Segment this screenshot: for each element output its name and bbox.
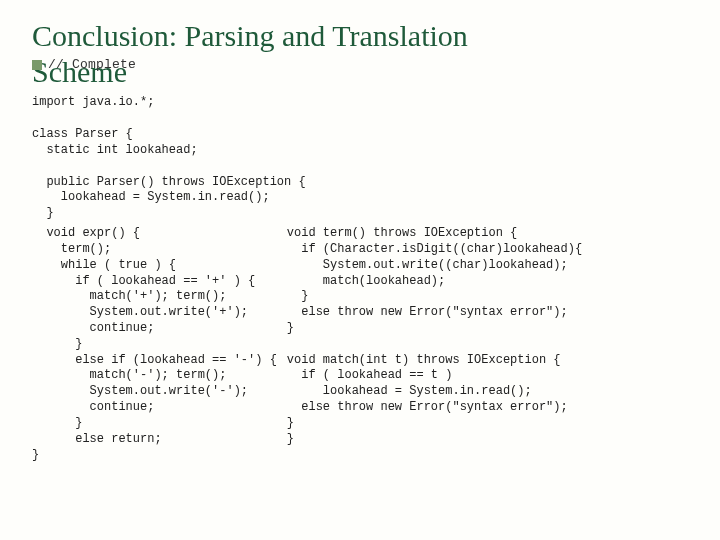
bullet-overlay-text: // Complete: [48, 57, 136, 72]
slide-container: Conclusion: Parsing and Translation Sche…: [0, 0, 720, 540]
slide-title-line1: Conclusion: Parsing and Translation: [32, 18, 688, 53]
code-top: import java.io.*; class Parser { static …: [32, 95, 688, 222]
bullet-square-icon: [32, 60, 42, 70]
code-right: void term() throws IOException { if (Cha…: [287, 226, 688, 463]
title-line2-wrap: Scheme // Complete: [32, 55, 688, 89]
bullet-row: // Complete: [32, 57, 136, 72]
code-columns: void expr() { term(); while ( true ) { i…: [32, 226, 688, 463]
code-left: void expr() { term(); while ( true ) { i…: [32, 226, 277, 463]
